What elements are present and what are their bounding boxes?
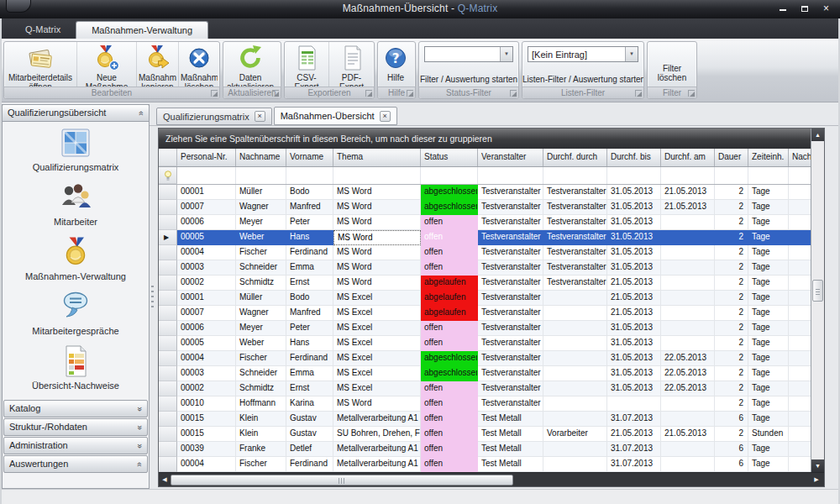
filter-cell[interactable] — [715, 167, 748, 184]
row-indicator[interactable] — [159, 381, 177, 396]
table-row[interactable]: 00002SchmidtzErnstMS WordabgelaufenTestv… — [159, 276, 812, 291]
grid-cell[interactable]: 31.05.2013 — [607, 230, 661, 245]
grid-cell[interactable]: Detlef — [286, 442, 333, 457]
table-row[interactable]: 00015KleinGustavSU Bohren, Drehen, Fräse… — [159, 427, 812, 442]
grid-cell[interactable]: 00004 — [177, 245, 236, 260]
row-indicator[interactable] — [159, 396, 177, 412]
grid-cell[interactable]: Hans — [286, 336, 333, 351]
row-indicator[interactable] — [159, 260, 177, 276]
grid-cell[interactable]: 00004 — [177, 351, 236, 366]
grid-cell[interactable] — [789, 457, 812, 472]
scroll-left-button[interactable] — [159, 473, 171, 486]
document-tab[interactable]: Qualifizierungsmatrix× — [156, 108, 272, 125]
grid-cell[interactable]: Tage — [748, 306, 789, 321]
ribbon-tab[interactable]: Maßnahmen-Verwaltung — [76, 21, 208, 39]
filter-cell[interactable] — [748, 167, 789, 184]
grid-cell[interactable]: 22.05.2013 — [661, 351, 715, 366]
grid-cell[interactable]: Müller — [236, 185, 286, 200]
grid-cell[interactable]: 31.05.2013 — [607, 321, 661, 336]
grid-cell[interactable]: MS Word — [333, 260, 421, 276]
grid-cell[interactable]: Weber — [236, 336, 286, 351]
grid-cell[interactable]: offen — [421, 245, 478, 260]
grid-cell[interactable]: 00001 — [177, 185, 236, 200]
table-row[interactable]: 00007WagnerManfredMS ExcelabgelaufenTest… — [159, 306, 812, 321]
close-button[interactable]: × — [819, 3, 833, 14]
grid-cell[interactable] — [789, 291, 812, 306]
grid-cell[interactable]: 6 — [715, 457, 748, 472]
sidebar-section-header[interactable]: Katalog» — [3, 400, 148, 417]
grid-cell[interactable]: 00005 — [177, 230, 236, 245]
table-row[interactable]: 00002SchmidtzErnstMS ExceloffenTestveran… — [159, 381, 812, 396]
row-indicator[interactable] — [159, 366, 177, 381]
grid-cell[interactable]: 2 — [715, 366, 748, 381]
grid-cell[interactable]: 31.05.2013 — [607, 351, 661, 366]
grid-cell[interactable]: abgelaufen — [421, 306, 478, 321]
minimize-button[interactable] — [775, 3, 790, 14]
grid-cell[interactable] — [789, 230, 812, 245]
grid-cell[interactable]: offen — [421, 457, 478, 472]
grid-cell[interactable]: Tage — [748, 381, 789, 396]
grid-cell[interactable]: abgeschlossen — [421, 185, 478, 200]
vertical-scroll-thumb[interactable] — [812, 280, 823, 302]
dialog-launcher-icon[interactable] — [407, 90, 413, 97]
row-indicator[interactable] — [159, 351, 177, 366]
dialog-launcher-icon[interactable] — [211, 90, 218, 97]
grid-cell[interactable]: offen — [421, 321, 478, 336]
row-indicator[interactable] — [159, 336, 177, 351]
grid-cell[interactable]: Testveranstalter — [478, 306, 543, 321]
grid-cell[interactable]: Tage — [748, 245, 789, 260]
sidebar-item[interactable]: Übersicht-Nachweise — [3, 344, 149, 399]
grid-cell[interactable]: Testveranstalter — [478, 336, 543, 351]
grid-cell[interactable]: 2 — [715, 351, 748, 366]
grid-cell[interactable]: 6 — [715, 442, 748, 457]
grid-cell[interactable]: Metallverarbeitung A1 — [333, 457, 421, 472]
grid-cell[interactable]: 21.05.2013 — [661, 185, 715, 200]
table-row[interactable]: ▶00005WeberHansMS WordoffenTestveranstal… — [159, 230, 812, 245]
grid-cell[interactable]: offen — [421, 260, 478, 276]
grid-cell[interactable]: Hans — [286, 230, 333, 245]
grid-cell[interactable] — [789, 185, 812, 200]
grid-cell[interactable]: Tage — [748, 291, 789, 306]
grid-cell[interactable]: Stunden — [748, 427, 789, 442]
grid-cell[interactable]: Peter — [286, 321, 333, 336]
grid-cell[interactable]: Tage — [748, 351, 789, 366]
vertical-scrollbar[interactable] — [811, 129, 824, 472]
grid-cell[interactable] — [789, 336, 812, 351]
grid-cell[interactable]: Tage — [748, 260, 789, 276]
column-header[interactable]: Personal-Nr. — [177, 149, 236, 166]
grid-cell[interactable]: 31.05.2013 — [607, 366, 661, 381]
grid-cell[interactable]: 31.05.2013 — [607, 336, 661, 351]
close-icon[interactable]: × — [255, 111, 265, 122]
maximize-button[interactable] — [797, 3, 811, 14]
grid-cell[interactable] — [661, 442, 715, 457]
table-row[interactable]: 00006MeyerPeterMS WordoffenTestveranstal… — [159, 215, 812, 230]
grid-cell[interactable]: abgeschlossen — [421, 351, 478, 366]
grid-cell[interactable]: 00002 — [177, 276, 236, 291]
grid-cell[interactable]: Schmidtz — [236, 276, 286, 291]
dialog-launcher-icon[interactable] — [272, 90, 279, 97]
grid-cell[interactable] — [789, 396, 812, 412]
grid-cell[interactable]: 00039 — [177, 442, 236, 457]
grid-cell[interactable]: 31.05.2013 — [607, 260, 661, 276]
scroll-right-button[interactable] — [811, 473, 822, 486]
grid-cell[interactable]: Testveranstalter — [543, 276, 607, 291]
grid-cell[interactable]: Wagner — [236, 306, 286, 321]
table-row[interactable]: 00004FischerFerdinandMS WordoffenTestver… — [159, 245, 812, 260]
grid-cell[interactable] — [543, 457, 607, 472]
grid-cell[interactable]: MS Excel — [333, 306, 421, 321]
grid-cell[interactable]: Testveranstalter — [478, 230, 543, 245]
grid-cell[interactable]: abgeschlossen — [421, 366, 478, 381]
grid-cell[interactable]: Ernst — [286, 381, 333, 396]
grid-cell[interactable]: 2 — [715, 215, 748, 230]
grid-cell[interactable]: 2 — [715, 276, 748, 291]
ribbon-button[interactable]: CSV-Export — [285, 42, 329, 87]
grid-cell[interactable] — [789, 260, 812, 276]
grid-cell[interactable]: 31.07.2013 — [607, 442, 661, 457]
grid-cell[interactable]: 21.05.2013 — [661, 427, 715, 442]
row-indicator[interactable] — [159, 412, 177, 427]
grid-cell[interactable]: Testveranstalter — [543, 215, 607, 230]
filter-start-button[interactable]: Listen-Filter / Auswertung starten — [522, 75, 643, 84]
grid-cell[interactable] — [661, 321, 715, 336]
grid-cell[interactable]: 00015 — [177, 412, 236, 427]
grid-cell[interactable]: offen — [421, 442, 478, 457]
